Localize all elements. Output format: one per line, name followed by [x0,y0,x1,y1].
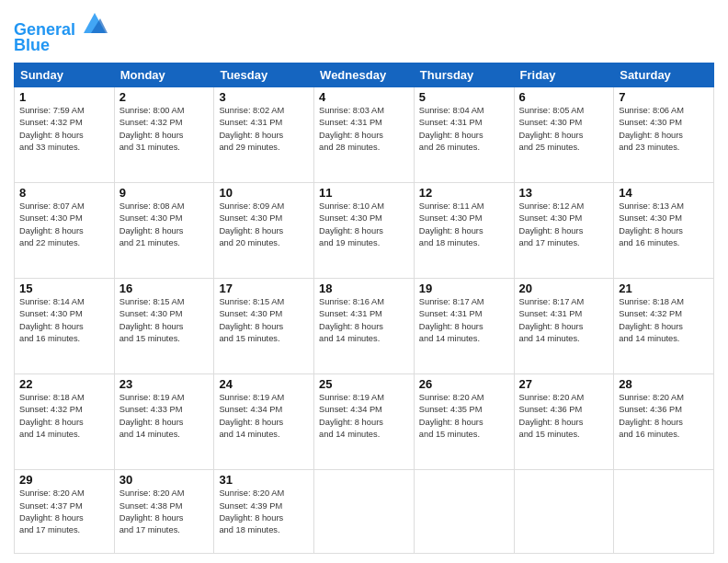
calendar-cell [414,470,514,554]
calendar-cell: 8Sunrise: 8:07 AMSunset: 4:30 PMDaylight… [15,182,115,278]
day-info: Sunrise: 8:19 AMSunset: 4:34 PMDaylight:… [319,392,409,442]
calendar-cell: 28Sunrise: 8:20 AMSunset: 4:36 PMDayligh… [614,373,714,469]
calendar-cell: 13Sunrise: 8:12 AMSunset: 4:30 PMDayligh… [514,182,614,278]
day-number: 30 [119,473,210,487]
calendar-cell: 1Sunrise: 7:59 AMSunset: 4:32 PMDaylight… [15,86,115,182]
day-info: Sunrise: 8:03 AMSunset: 4:31 PMDaylight:… [319,105,409,155]
calendar-cell: 15Sunrise: 8:14 AMSunset: 4:30 PMDayligh… [15,278,115,373]
calendar-cell: 18Sunrise: 8:16 AMSunset: 4:31 PMDayligh… [314,278,415,373]
calendar-cell [314,470,415,554]
calendar-cell: 11Sunrise: 8:10 AMSunset: 4:30 PMDayligh… [314,182,415,278]
calendar-cell: 16Sunrise: 8:15 AMSunset: 4:30 PMDayligh… [114,278,214,373]
weekday-header-tuesday: Tuesday [214,63,314,86]
day-info: Sunrise: 8:04 AMSunset: 4:31 PMDaylight:… [419,105,509,155]
weekday-header-wednesday: Wednesday [314,63,415,86]
logo-text: General [14,9,108,40]
day-number: 14 [619,186,709,200]
weekday-header-friday: Friday [514,63,614,86]
weekday-header-sunday: Sunday [15,63,115,86]
day-info: Sunrise: 8:20 AMSunset: 4:39 PMDaylight:… [219,488,309,537]
day-info: Sunrise: 8:20 AMSunset: 4:36 PMDaylight:… [519,392,609,442]
day-info: Sunrise: 8:05 AMSunset: 4:30 PMDaylight:… [519,105,609,155]
logo: General Blue [14,9,108,55]
day-info: Sunrise: 8:15 AMSunset: 4:30 PMDaylight:… [119,296,210,346]
day-number: 18 [319,282,409,295]
logo-icon [82,9,108,35]
day-info: Sunrise: 8:00 AMSunset: 4:32 PMDaylight:… [119,105,210,155]
day-number: 4 [319,90,409,104]
day-info: Sunrise: 8:08 AMSunset: 4:30 PMDaylight:… [119,201,210,250]
page: General Blue SundayMondayTuesdayWednesda… [0,0,728,563]
calendar-cell: 27Sunrise: 8:20 AMSunset: 4:36 PMDayligh… [514,373,614,469]
calendar-cell: 21Sunrise: 8:18 AMSunset: 4:32 PMDayligh… [614,278,714,373]
calendar-cell: 12Sunrise: 8:11 AMSunset: 4:30 PMDayligh… [414,182,514,278]
day-number: 5 [419,90,509,104]
day-number: 10 [219,186,309,200]
day-info: Sunrise: 8:12 AMSunset: 4:30 PMDaylight:… [519,201,609,250]
calendar-cell [614,470,714,554]
day-number: 3 [219,90,309,104]
calendar-cell: 23Sunrise: 8:19 AMSunset: 4:33 PMDayligh… [114,373,214,469]
day-number: 19 [419,282,509,295]
day-info: Sunrise: 8:17 AMSunset: 4:31 PMDaylight:… [419,296,509,346]
calendar-cell: 24Sunrise: 8:19 AMSunset: 4:34 PMDayligh… [214,373,314,469]
day-number: 27 [519,377,609,391]
day-number: 15 [19,282,109,295]
day-number: 28 [619,377,709,391]
day-number: 8 [19,186,109,200]
day-info: Sunrise: 8:18 AMSunset: 4:32 PMDaylight:… [619,296,709,346]
day-number: 16 [119,282,210,295]
day-number: 23 [119,377,210,391]
calendar-cell: 20Sunrise: 8:17 AMSunset: 4:31 PMDayligh… [514,278,614,373]
calendar-cell: 26Sunrise: 8:20 AMSunset: 4:35 PMDayligh… [414,373,514,469]
day-info: Sunrise: 8:19 AMSunset: 4:34 PMDaylight:… [219,392,309,442]
calendar-cell: 30Sunrise: 8:20 AMSunset: 4:38 PMDayligh… [114,470,214,554]
day-number: 22 [19,377,109,391]
calendar: SundayMondayTuesdayWednesdayThursdayFrid… [14,63,714,554]
calendar-cell: 3Sunrise: 8:02 AMSunset: 4:31 PMDaylight… [214,86,314,182]
calendar-cell: 14Sunrise: 8:13 AMSunset: 4:30 PMDayligh… [614,182,714,278]
day-number: 31 [219,473,309,487]
calendar-cell: 31Sunrise: 8:20 AMSunset: 4:39 PMDayligh… [214,470,314,554]
day-number: 29 [19,473,109,487]
day-number: 13 [519,186,609,200]
day-info: Sunrise: 8:06 AMSunset: 4:30 PMDaylight:… [619,105,709,155]
day-info: Sunrise: 8:02 AMSunset: 4:31 PMDaylight:… [219,105,309,155]
day-info: Sunrise: 8:16 AMSunset: 4:31 PMDaylight:… [319,296,409,346]
day-info: Sunrise: 8:20 AMSunset: 4:38 PMDaylight:… [119,488,210,537]
calendar-cell: 4Sunrise: 8:03 AMSunset: 4:31 PMDaylight… [314,86,415,182]
weekday-header-thursday: Thursday [414,63,514,86]
calendar-cell: 17Sunrise: 8:15 AMSunset: 4:30 PMDayligh… [214,278,314,373]
calendar-cell: 29Sunrise: 8:20 AMSunset: 4:37 PMDayligh… [15,470,115,554]
weekday-header-monday: Monday [114,63,214,86]
calendar-cell: 5Sunrise: 8:04 AMSunset: 4:31 PMDaylight… [414,86,514,182]
day-info: Sunrise: 8:09 AMSunset: 4:30 PMDaylight:… [219,201,309,250]
calendar-cell: 10Sunrise: 8:09 AMSunset: 4:30 PMDayligh… [214,182,314,278]
calendar-cell: 22Sunrise: 8:18 AMSunset: 4:32 PMDayligh… [15,373,115,469]
day-info: Sunrise: 8:13 AMSunset: 4:30 PMDaylight:… [619,201,709,250]
weekday-header-saturday: Saturday [614,63,714,86]
day-number: 24 [219,377,309,391]
day-number: 9 [119,186,210,200]
calendar-cell [514,470,614,554]
day-info: Sunrise: 8:15 AMSunset: 4:30 PMDaylight:… [219,296,309,346]
calendar-cell: 2Sunrise: 8:00 AMSunset: 4:32 PMDaylight… [114,86,214,182]
day-number: 6 [519,90,609,104]
calendar-cell: 9Sunrise: 8:08 AMSunset: 4:30 PMDaylight… [114,182,214,278]
day-number: 17 [219,282,309,295]
calendar-cell: 7Sunrise: 8:06 AMSunset: 4:30 PMDaylight… [614,86,714,182]
day-info: Sunrise: 8:18 AMSunset: 4:32 PMDaylight:… [19,392,109,442]
day-info: Sunrise: 8:19 AMSunset: 4:33 PMDaylight:… [119,392,210,442]
day-info: Sunrise: 8:17 AMSunset: 4:31 PMDaylight:… [519,296,609,346]
day-info: Sunrise: 8:11 AMSunset: 4:30 PMDaylight:… [419,201,509,250]
day-info: Sunrise: 8:14 AMSunset: 4:30 PMDaylight:… [19,296,109,346]
day-number: 12 [419,186,509,200]
day-number: 11 [319,186,409,200]
day-number: 21 [619,282,709,295]
day-info: Sunrise: 8:20 AMSunset: 4:36 PMDaylight:… [619,392,709,442]
day-info: Sunrise: 8:20 AMSunset: 4:35 PMDaylight:… [419,392,509,442]
day-info: Sunrise: 8:10 AMSunset: 4:30 PMDaylight:… [319,201,409,250]
day-info: Sunrise: 8:07 AMSunset: 4:30 PMDaylight:… [19,201,109,250]
day-number: 7 [619,90,709,104]
day-number: 20 [519,282,609,295]
